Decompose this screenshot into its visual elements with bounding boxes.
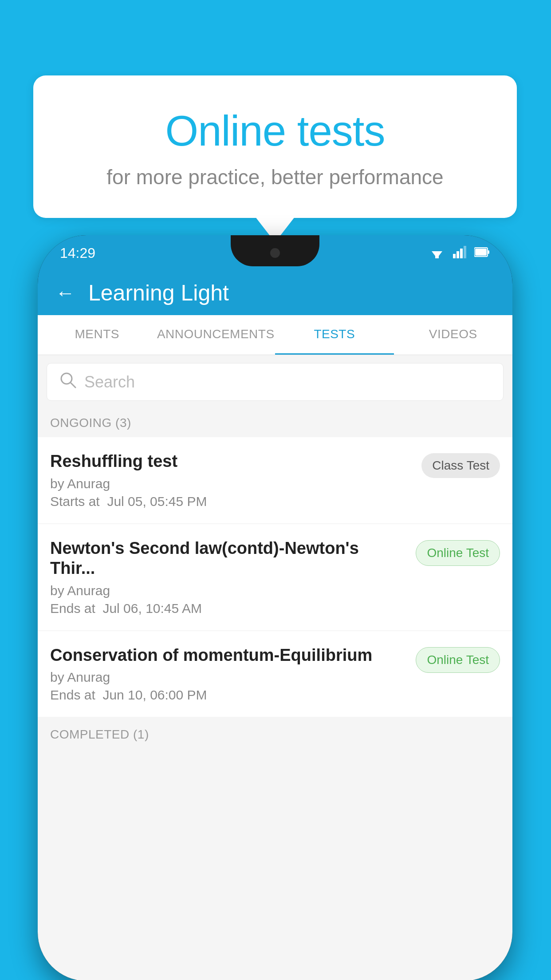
svg-rect-2 bbox=[453, 254, 456, 258]
tab-tests[interactable]: TESTS bbox=[275, 315, 394, 355]
phone-notch bbox=[231, 235, 319, 266]
search-icon bbox=[59, 371, 76, 392]
ongoing-section-header: ONGOING (3) bbox=[38, 409, 512, 437]
svg-rect-7 bbox=[488, 250, 489, 254]
tab-videos[interactable]: VIDEOS bbox=[394, 315, 513, 355]
test-info-reshuffling: Reshuffling test by Anurag Starts at Jul… bbox=[50, 451, 421, 509]
test-info-conservation: Conservation of momentum-Equilibrium by … bbox=[50, 645, 416, 703]
completed-section-header: COMPLETED (1) bbox=[38, 720, 512, 749]
wifi-icon bbox=[429, 246, 445, 260]
content-area: Search ONGOING (3) Reshuffling test by A… bbox=[38, 355, 512, 980]
test-author-reshuffling: by Anurag bbox=[50, 476, 413, 491]
phone-mockup: 14:29 bbox=[38, 235, 512, 980]
badge-online-test-newton: Online Test bbox=[416, 540, 500, 566]
test-item-conservation[interactable]: Conservation of momentum-Equilibrium by … bbox=[38, 631, 512, 717]
speech-bubble: Online tests for more practice, better p… bbox=[33, 75, 517, 218]
status-time: 14:29 bbox=[60, 245, 95, 261]
test-date-reshuffling: Starts at Jul 05, 05:45 PM bbox=[50, 494, 413, 509]
search-bar[interactable]: Search bbox=[47, 363, 504, 401]
test-date-conservation: Ends at Jun 10, 06:00 PM bbox=[50, 688, 407, 703]
svg-rect-8 bbox=[475, 249, 487, 256]
back-button[interactable]: ← bbox=[55, 282, 75, 304]
test-item-newton[interactable]: Newton's Second law(contd)-Newton's Thir… bbox=[38, 524, 512, 630]
svg-rect-3 bbox=[457, 251, 459, 258]
svg-rect-5 bbox=[464, 246, 466, 258]
test-date-newton: Ends at Jul 06, 10:45 AM bbox=[50, 601, 407, 616]
test-item-reshuffling[interactable]: Reshuffling test by Anurag Starts at Jul… bbox=[38, 437, 512, 523]
svg-rect-4 bbox=[460, 249, 463, 258]
test-name-reshuffling: Reshuffling test bbox=[50, 451, 413, 472]
signal-icon bbox=[453, 246, 466, 260]
battery-icon bbox=[474, 246, 490, 260]
tabs-container: MENTS ANNOUNCEMENTS TESTS VIDEOS bbox=[38, 315, 512, 355]
svg-rect-1 bbox=[435, 256, 439, 258]
badge-class-test: Class Test bbox=[421, 453, 500, 478]
tab-announcements[interactable]: ANNOUNCEMENTS bbox=[157, 315, 276, 355]
test-author-newton: by Anurag bbox=[50, 583, 407, 598]
search-placeholder: Search bbox=[84, 373, 135, 391]
app-title: Learning Light bbox=[88, 280, 229, 306]
app-header: ← Learning Light bbox=[38, 271, 512, 315]
svg-point-9 bbox=[61, 373, 72, 384]
bubble-title: Online tests bbox=[60, 107, 490, 155]
test-author-conservation: by Anurag bbox=[50, 670, 407, 685]
status-icons bbox=[429, 246, 490, 260]
test-name-newton: Newton's Second law(contd)-Newton's Thir… bbox=[50, 538, 407, 579]
badge-online-test-conservation: Online Test bbox=[416, 647, 500, 673]
tab-ments[interactable]: MENTS bbox=[38, 315, 157, 355]
test-name-conservation: Conservation of momentum-Equilibrium bbox=[50, 645, 407, 666]
bubble-subtitle: for more practice, better performance bbox=[60, 165, 490, 189]
svg-line-10 bbox=[71, 383, 75, 387]
front-camera bbox=[270, 248, 280, 258]
test-info-newton: Newton's Second law(contd)-Newton's Thir… bbox=[50, 538, 416, 616]
